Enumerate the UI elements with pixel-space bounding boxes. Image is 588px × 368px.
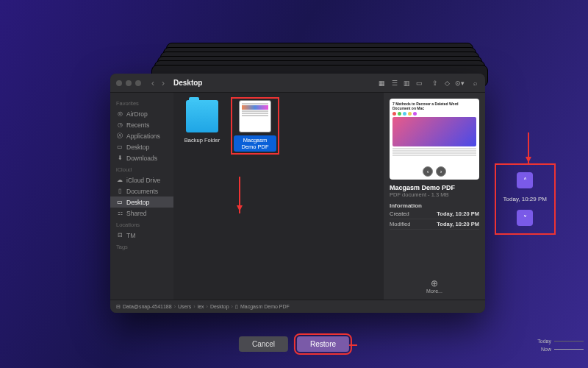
window-controls[interactable]	[116, 80, 141, 86]
desktop-icon: ▭	[116, 144, 123, 151]
cancel-button[interactable]: Cancel	[239, 336, 288, 352]
preview-pane: 7 Methods to Recover a Deleted Word Docu…	[384, 93, 485, 300]
annotation-arrow	[528, 132, 529, 165]
restore-button[interactable]: Restore	[297, 336, 349, 352]
preview-thumbnail: 7 Methods to Recover a Deleted Word Docu…	[390, 99, 479, 180]
zoom-icon[interactable]	[135, 80, 141, 86]
folder-icon	[186, 100, 218, 132]
quicklook-next-icon[interactable]: ›	[436, 166, 446, 177]
preview-more[interactable]: ⊕More...	[390, 278, 479, 294]
window-title: Desktop	[173, 79, 202, 87]
annotation-arrow	[239, 177, 240, 213]
file-grid: Backup Folder Macgasm Demo PDF	[173, 93, 384, 300]
tag-icon[interactable]: ◇	[443, 79, 451, 87]
share-icon[interactable]: ⇪	[431, 79, 439, 87]
preview-info-header: Information	[390, 202, 479, 209]
sidebar-item-icloud-drive[interactable]: ☁iCloud Drive	[110, 174, 173, 185]
time-machine-nav: ˄ Today, 10:29 PM ˅	[501, 169, 550, 229]
close-icon[interactable]	[116, 80, 122, 86]
gallery-view-icon[interactable]: ▭	[415, 79, 423, 87]
view-switcher[interactable]: ▦ ☰ ▥ ▭	[378, 79, 423, 87]
sidebar-item-downloads[interactable]: ⬇Downloads	[110, 152, 173, 163]
action-icon[interactable]: ⊙▾	[456, 79, 464, 87]
sidebar-item-applications[interactable]: ⒶApplications	[110, 130, 173, 141]
desktop-icon: ▭	[116, 199, 123, 206]
sidebar-item-documents[interactable]: ▯Documents	[110, 185, 173, 197]
titlebar: ‹ › Desktop ▦ ☰ ▥ ▭ ⇪ ◇ ⊙▾ ⌕	[110, 74, 485, 93]
forward-button[interactable]: ›	[159, 77, 168, 90]
pdf-icon	[239, 100, 271, 132]
apps-icon: Ⓐ	[116, 132, 123, 140]
preview-subtitle: PDF document - 1.3 MB	[390, 191, 479, 198]
list-view-icon[interactable]: ☰	[390, 79, 398, 87]
tm-up-button[interactable]: ˄	[517, 172, 533, 188]
preview-title: Macgasm Demo PDF	[390, 184, 479, 191]
finder-window: ‹ › Desktop ▦ ☰ ▥ ▭ ⇪ ◇ ⊙▾ ⌕ Favorites ◎…	[110, 74, 485, 313]
timeline[interactable]: Today Now	[537, 337, 584, 353]
file-item-folder[interactable]: Backup Folder	[181, 100, 223, 145]
sidebar-item-tm[interactable]: ⊟TM	[110, 230, 173, 241]
sidebar-item-desktop[interactable]: ▭Desktop	[110, 141, 173, 152]
sidebar-item-desktop-icloud[interactable]: ▭Desktop	[110, 197, 173, 208]
tm-down-button[interactable]: ˅	[517, 210, 533, 226]
sidebar: Favorites ◎AirDrop ◷Recents ⒶApplication…	[110, 93, 173, 300]
downloads-icon: ⬇	[116, 155, 123, 162]
doc-icon: ▯	[116, 188, 123, 195]
minimize-icon[interactable]	[126, 80, 132, 86]
search-icon[interactable]: ⌕	[471, 79, 479, 87]
file-item-pdf[interactable]: Macgasm Demo PDF	[234, 100, 276, 152]
sidebar-item-shared[interactable]: ⚏Shared	[110, 208, 173, 219]
disk-icon: ⊟	[116, 304, 121, 310]
clock-icon: ◷	[116, 121, 123, 129]
sidebar-item-airdrop[interactable]: ◎AirDrop	[110, 108, 173, 119]
tm-timestamp: Today, 10:29 PM	[503, 193, 547, 205]
sidebar-item-recents[interactable]: ◷Recents	[110, 119, 173, 130]
quicklook-prev-icon[interactable]: ‹	[423, 166, 433, 177]
path-bar[interactable]: ⊟Data@snap-4541188› Users› lex› Desktop›…	[110, 300, 485, 313]
airdrop-icon: ◎	[116, 110, 123, 118]
preview-row-created: CreatedToday, 10:20 PM	[390, 209, 479, 219]
preview-row-modified: ModifiedToday, 10:20 PM	[390, 219, 479, 230]
back-button[interactable]: ‹	[148, 77, 157, 90]
disk-icon: ⊟	[116, 232, 123, 239]
cloud-icon: ☁	[116, 177, 123, 184]
column-view-icon[interactable]: ▥	[403, 79, 411, 87]
icon-view-icon[interactable]: ▦	[378, 79, 386, 87]
shared-icon: ⚏	[116, 210, 123, 217]
doc-icon: ▯	[235, 304, 238, 310]
